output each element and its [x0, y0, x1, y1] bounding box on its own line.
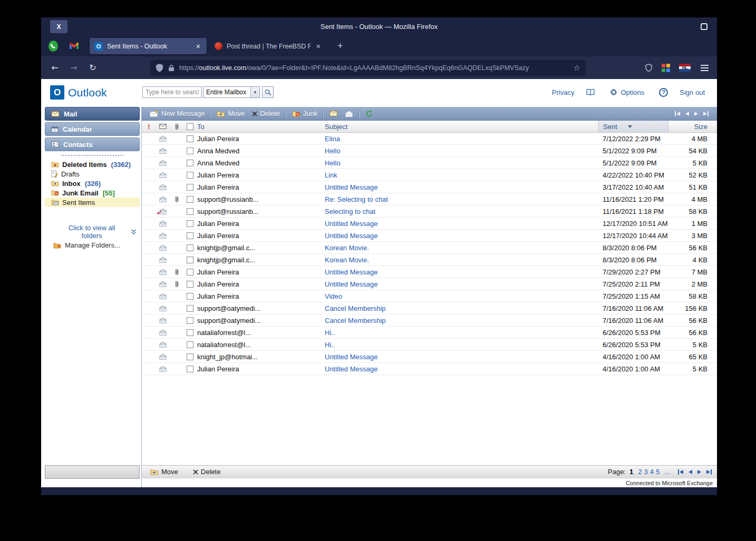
- pinned-tab-whatsapp[interactable]: [45, 38, 61, 54]
- pocket-shield-icon[interactable]: [645, 64, 653, 72]
- pinned-tab-gmail[interactable]: [66, 38, 82, 54]
- message-row[interactable]: Julian Pereira Link 4/22/2022 10:40 PM 5…: [142, 169, 717, 181]
- message-subject-link[interactable]: Untitled Message: [325, 280, 377, 288]
- message-checkbox[interactable]: [187, 269, 193, 276]
- next-page-button[interactable]: [694, 112, 698, 116]
- nav-mail-button[interactable]: Mail: [45, 107, 140, 121]
- message-row[interactable]: nataliaforrest@l... Hi.. 6/26/2020 5:53 …: [142, 327, 717, 339]
- back-button[interactable]: ←: [45, 61, 64, 75]
- message-checkbox[interactable]: [187, 184, 193, 191]
- importance-column-header[interactable]: !: [142, 123, 156, 131]
- message-row[interactable]: Julian Pereira Untitled Message 7/29/202…: [142, 266, 717, 278]
- message-checkbox[interactable]: [187, 220, 193, 227]
- new-message-button[interactable]: New Message: [146, 110, 208, 117]
- message-subject-link[interactable]: Untitled Message: [325, 232, 377, 240]
- search-scope-select[interactable]: Entire Mailbox ▼: [203, 86, 260, 98]
- tab-freebsd-thread[interactable]: Post thread | The FreeBSD F ×: [210, 38, 327, 54]
- menu-button[interactable]: [700, 64, 710, 72]
- forward-button[interactable]: →: [64, 61, 83, 75]
- search-button[interactable]: [262, 86, 274, 98]
- message-subject-link[interactable]: Untitled Message: [325, 268, 377, 276]
- junk-button[interactable]: Junk: [288, 110, 321, 117]
- nav-calendar-button[interactable]: Calendar: [45, 122, 140, 136]
- help-button[interactable]: ?: [659, 88, 668, 97]
- subject-column-header[interactable]: Subject: [324, 123, 598, 131]
- address-book-icon[interactable]: [586, 88, 595, 96]
- message-subject-link[interactable]: Video: [325, 292, 342, 300]
- previous-page-button[interactable]: [685, 112, 689, 116]
- url-bar[interactable]: https://outlook.live.com/owa/0/?ae=Folde…: [150, 60, 586, 76]
- extension-icon[interactable]: [662, 64, 670, 72]
- page-link[interactable]: 3: [644, 468, 647, 476]
- message-row[interactable]: knightjp@gmail.c... Korean Movie. 8/3/20…: [142, 254, 717, 266]
- message-row[interactable]: Julian Pereira Untitled Message 3/17/202…: [142, 181, 717, 193]
- vpn-extension-icon[interactable]: NL: [679, 64, 691, 72]
- message-checkbox[interactable]: [187, 232, 193, 239]
- tab-close-icon[interactable]: ×: [195, 42, 202, 51]
- message-subject-link[interactable]: Re: Selecting to chat: [325, 195, 388, 203]
- message-row[interactable]: Anna Medved Hello 5/1/2022 9:09 PM 54 KB: [142, 145, 717, 157]
- message-checkbox[interactable]: [187, 135, 193, 142]
- message-row[interactable]: knight_jp@hotmai... Untitled Message 4/1…: [142, 351, 717, 363]
- attachment-column-header[interactable]: [170, 123, 183, 131]
- manage-folders-link[interactable]: Manage Folders...: [50, 241, 123, 250]
- folder-drafts[interactable]: Drafts: [45, 169, 140, 179]
- refresh-button[interactable]: [362, 110, 376, 117]
- message-subject-link[interactable]: Untitled Message: [325, 353, 377, 361]
- message-row[interactable]: Julian Pereira Video 7/25/2020 1:15 AM 5…: [142, 290, 717, 302]
- page-link[interactable]: 2: [638, 468, 642, 476]
- message-checkbox[interactable]: [187, 366, 193, 372]
- message-checkbox[interactable]: [187, 160, 193, 166]
- folder-deleted-items[interactable]: Deleted Items (3362): [45, 160, 140, 169]
- message-subject-link[interactable]: Untitled Message: [325, 183, 377, 191]
- move-button[interactable]: Move: [213, 110, 248, 117]
- lock-icon[interactable]: [168, 64, 175, 72]
- message-subject-link[interactable]: Korean Movie.: [325, 244, 369, 252]
- message-row[interactable]: Anna Medved Hello 5/1/2022 9:09 PM 5 KB: [142, 157, 717, 169]
- bookmark-star-icon[interactable]: ☆: [574, 63, 580, 73]
- options-button[interactable]: Options: [607, 88, 647, 97]
- privacy-link[interactable]: Privacy: [552, 88, 575, 96]
- maximize-button[interactable]: [701, 23, 707, 30]
- sidebar-splitter-handle[interactable]: [61, 153, 124, 158]
- search-input[interactable]: [142, 86, 202, 98]
- message-checkbox[interactable]: [187, 305, 193, 312]
- message-checkbox[interactable]: [187, 329, 193, 336]
- message-subject-link[interactable]: Korean Movie.: [325, 256, 369, 264]
- message-row[interactable]: Julian Pereira Untitled Message 12/17/20…: [142, 230, 717, 242]
- view-all-folders-link[interactable]: Click to view all folders: [54, 223, 140, 240]
- message-row[interactable]: Julian Pereira Untitled Message 12/17/20…: [142, 218, 717, 230]
- message-checkbox[interactable]: [187, 341, 193, 348]
- previous-page-button[interactable]: [689, 470, 692, 474]
- delete-button[interactable]: Delete: [248, 110, 284, 117]
- message-checkbox[interactable]: [187, 172, 193, 179]
- next-page-button[interactable]: [697, 470, 701, 474]
- message-checkbox[interactable]: [187, 196, 193, 203]
- message-checkbox[interactable]: [187, 244, 193, 251]
- page-link[interactable]: 5: [656, 468, 660, 476]
- reload-button[interactable]: ↻: [83, 61, 102, 75]
- to-column-header[interactable]: To: [196, 123, 324, 131]
- last-page-button[interactable]: [703, 111, 709, 116]
- message-subject-link[interactable]: Hello: [325, 147, 341, 155]
- message-subject-link[interactable]: Cancel Membership: [325, 317, 386, 324]
- folder-sent-items[interactable]: Sent Items: [45, 198, 140, 207]
- folder-junk-email[interactable]: Junk Email [55]: [45, 188, 140, 198]
- message-checkbox[interactable]: [187, 147, 193, 154]
- nav-contacts-button[interactable]: Contacts: [45, 137, 140, 151]
- message-subject-link[interactable]: Selecting to chat: [325, 208, 375, 215]
- icon-column-header[interactable]: [156, 124, 170, 129]
- message-row[interactable]: Julian Pereira Untitled Message 7/25/202…: [142, 278, 717, 290]
- select-all-checkbox[interactable]: [187, 123, 193, 130]
- message-subject-link[interactable]: Cancel Membership: [325, 304, 386, 312]
- size-column-header[interactable]: Size: [668, 123, 717, 131]
- first-page-button[interactable]: [675, 111, 680, 116]
- select-all-column-header[interactable]: [183, 123, 196, 130]
- message-row[interactable]: knightjp@gmail.c... Korean Movie. 8/3/20…: [142, 242, 717, 254]
- message-checkbox[interactable]: [187, 353, 193, 360]
- tab-sent-items-outlook[interactable]: O Sent Items - Outlook ×: [90, 38, 207, 54]
- message-row[interactable]: nataliaforrest@l... Hi.. 6/26/2020 5:53 …: [142, 339, 717, 351]
- new-tab-button[interactable]: +: [333, 41, 347, 52]
- message-row[interactable]: support@oatymedi... Cancel Membership 7/…: [142, 314, 717, 327]
- message-checkbox[interactable]: [187, 293, 193, 300]
